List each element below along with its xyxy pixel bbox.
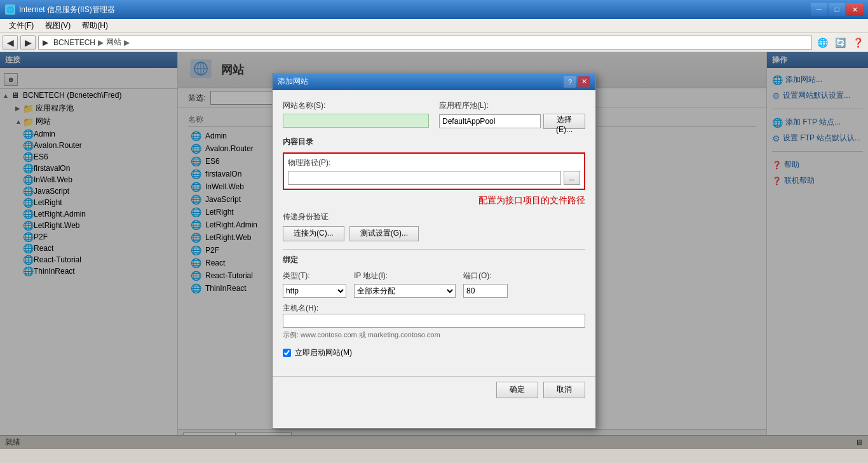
nav-icon-3[interactable]: ❓ [850, 35, 865, 50]
browse-button[interactable]: ... [564, 171, 580, 185]
cancel-button[interactable]: 取消 [543, 382, 585, 398]
ip-select[interactable]: 全部未分配 [354, 284, 456, 298]
app-icon: 🌐 [5, 4, 15, 15]
close-button[interactable]: ✕ [846, 3, 863, 16]
app-pool-label: 应用程序池(L): [439, 100, 585, 111]
title-bar-buttons: ─ □ ✕ [811, 3, 863, 16]
hostname-field: 主机名(H): 示例: www.contoso.com 或 marketing.… [283, 303, 585, 340]
app-pool-group: 选择(E)... [439, 114, 585, 129]
site-name-input[interactable] [283, 114, 429, 128]
physical-path-box: 物理路径(P): ... [283, 152, 585, 190]
dialog-footer: 确定 取消 [273, 376, 595, 408]
menu-view[interactable]: 视图(V) [40, 19, 76, 32]
nav-icon-1[interactable]: 🌐 [815, 35, 830, 50]
binding-ip-field: IP 地址(I): 全部未分配 [354, 271, 456, 298]
path-input-row: ... [288, 171, 580, 185]
site-name-field: 网站名称(S): [283, 100, 429, 129]
title-bar-text: Internet 信息服务(IIS)管理器 [19, 4, 115, 15]
start-site-label: 立即启动网站(M) [295, 347, 352, 358]
main-layout: 连接 ⊕ ▲ 🖥 BCNETECH (Bcnetech\Fred) ▶ 📁 应用… [0, 52, 868, 449]
ip-label: IP 地址(I): [354, 271, 456, 281]
annotation-text: 配置为接口项目的文件路径 [478, 195, 585, 205]
binding-port-field: 端口(O): [463, 271, 514, 298]
connect-as-button[interactable]: 连接为(C)... [283, 226, 344, 241]
connect-label: 传递身份验证 [283, 211, 585, 222]
content-dir-title: 内容目录 [283, 137, 585, 147]
site-name-label: 网站名称(S): [283, 100, 429, 111]
hostname-input[interactable] [283, 314, 585, 328]
title-bar: 🌐 Internet 信息服务(IIS)管理器 ─ □ ✕ [0, 0, 868, 19]
dialog-title: 添加网站 [278, 76, 308, 87]
modal-overlay: 添加网站 ? ✕ 网站名称(S): 应用程序池(L): [0, 52, 868, 449]
dialog-row-1: 网站名称(S): 应用程序池(L): 选择(E)... [283, 100, 585, 129]
hostname-example: 示例: www.contoso.com 或 marketing.contoso.… [283, 330, 585, 340]
nav-bar: ◀ ▶ ▶ BCNETECH ▶ 网站 ▶ 🌐 🔄 ❓ [0, 33, 868, 52]
maximize-button[interactable]: □ [829, 3, 845, 16]
app-pool-input[interactable] [439, 114, 541, 128]
dialog-close-button[interactable]: ✕ [578, 76, 590, 88]
physical-path-label: 物理路径(P): [288, 158, 580, 168]
forward-button[interactable]: ▶ [20, 35, 36, 50]
physical-path-input[interactable] [288, 171, 561, 185]
binding-label: 绑定 [283, 255, 585, 265]
select-app-pool-button[interactable]: 选择(E)... [543, 114, 585, 129]
dialog-help-button[interactable]: ? [564, 76, 576, 88]
port-label: 端口(O): [463, 271, 514, 281]
binding-row: 类型(T): http https IP 地址(I): 全部未分配 [283, 271, 585, 298]
binding-type-field: 类型(T): http https [283, 271, 346, 298]
nav-root: ▶ [43, 38, 48, 47]
section-divider-binding [283, 249, 585, 250]
content-dir-section: 内容目录 物理路径(P): ... 配置为接口项目的文件路径 [283, 137, 585, 206]
menu-bar: 文件(F) 视图(V) 帮助(H) [0, 19, 868, 33]
minimize-button[interactable]: ─ [811, 3, 827, 16]
back-button[interactable]: ◀ [3, 35, 18, 50]
add-site-dialog: 添加网站 ? ✕ 网站名称(S): 应用程序池(L): [272, 73, 596, 429]
nav-sites[interactable]: 网站 [106, 37, 121, 48]
binding-section: 绑定 类型(T): http https IP 地址(I): [283, 255, 585, 340]
type-select[interactable]: http https [283, 284, 346, 298]
type-label: 类型(T): [283, 271, 346, 281]
ok-button[interactable]: 确定 [496, 382, 538, 398]
start-site-checkbox-row: 立即启动网站(M) [283, 347, 585, 358]
dialog-title-bar: 添加网站 ? ✕ [273, 74, 595, 90]
address-bar: ▶ BCNETECH ▶ 网站 ▶ [38, 36, 812, 50]
nav-icon-2[interactable]: 🔄 [832, 35, 848, 50]
hostname-label: 主机名(H): [283, 304, 318, 312]
connect-section: 传递身份验证 连接为(C)... 测试设置(G)... [283, 211, 585, 241]
test-settings-button[interactable]: 测试设置(G)... [349, 226, 419, 241]
app-pool-field: 应用程序池(L): 选择(E)... [439, 100, 585, 129]
menu-help[interactable]: 帮助(H) [77, 19, 113, 32]
dialog-content: 网站名称(S): 应用程序池(L): 选择(E)... 内容目录 [273, 90, 595, 376]
start-site-checkbox[interactable] [283, 349, 291, 357]
port-input[interactable] [463, 284, 508, 298]
menu-file[interactable]: 文件(F) [4, 19, 39, 32]
nav-bcnetech[interactable]: BCNETECH [53, 38, 95, 47]
nav-right-buttons: 🌐 🔄 ❓ [815, 35, 865, 50]
dialog-title-buttons: ? ✕ [564, 76, 590, 88]
connect-buttons: 连接为(C)... 测试设置(G)... [283, 226, 585, 241]
